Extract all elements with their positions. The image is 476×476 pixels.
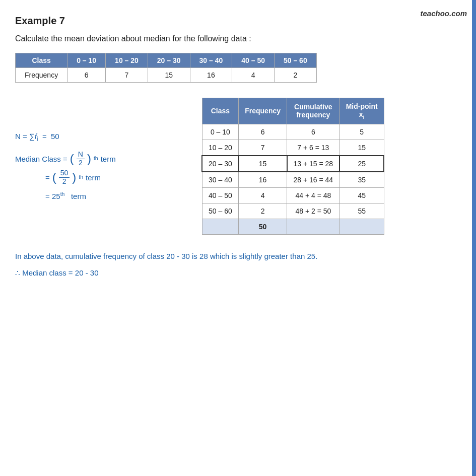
midpt-30-40: 35 <box>339 172 384 188</box>
top-header-0-10: 0 – 10 <box>67 53 106 68</box>
main-header-midpoint: Mid-pointxi <box>339 98 384 124</box>
top-table-header-row: Class 0 – 10 10 – 20 20 – 30 30 – 40 40 … <box>16 53 317 68</box>
bottom-text: In above data, cumulative frequency of c… <box>15 250 461 280</box>
term-label-2: term <box>86 169 101 186</box>
midpt-50-60: 55 <box>339 203 384 219</box>
top-freq-30-40: 16 <box>190 68 232 83</box>
median-class-label: Median Class = <box>15 151 67 167</box>
midpt-0-10: 5 <box>339 124 384 140</box>
main-row-40-50: 40 – 50 4 44 + 4 = 48 45 <box>202 187 384 203</box>
top-freq-50-60: 2 <box>274 68 316 83</box>
fraction-N-over-2: N 2 <box>77 151 85 167</box>
close-paren: ) <box>87 153 91 165</box>
class-10-20: 10 – 20 <box>202 140 239 156</box>
eq-2-line: = ( 50 2 ) th term <box>45 169 201 186</box>
freq-40-50: 4 <box>239 187 287 203</box>
top-header-10-20: 10 – 20 <box>106 53 148 68</box>
cumfreq-30-40: 28 + 16 = 44 <box>287 172 340 188</box>
main-header-class: Class <box>202 98 239 124</box>
median-class-line: Median Class = ( N 2 ) th term <box>15 151 201 167</box>
open-paren-2: ( <box>52 171 56 183</box>
top-row-label: Frequency <box>16 68 67 83</box>
top-header-40-50: 40 – 50 <box>232 53 275 68</box>
footer-empty-1 <box>202 219 239 234</box>
question-text: Calculate the mean deviation about media… <box>15 33 461 45</box>
main-row-20-30-highlighted: 20 – 30 15 13 + 15 = 28 25 <box>202 156 384 172</box>
top-header-30-40: 30 – 40 <box>190 53 232 68</box>
cumfreq-50-60: 48 + 2 = 50 <box>287 203 340 219</box>
conclusion-text: ∴ Median class = 20 - 30 <box>15 266 461 280</box>
main-table-footer-row: 50 <box>202 219 384 234</box>
main-header-frequency: Frequency <box>239 98 287 124</box>
class-0-10: 0 – 10 <box>202 124 239 140</box>
main-table-wrapper: Class Frequency Cumulativefrequency Mid-… <box>201 98 384 235</box>
brand-logo: teachoo.com <box>420 9 467 18</box>
main-row-50-60: 50 – 60 2 48 + 2 = 50 55 <box>202 203 384 219</box>
th-superscript-2: th <box>79 171 83 183</box>
term-label-1: term <box>101 151 116 167</box>
cumfreq-40-50: 44 + 4 = 48 <box>287 187 340 203</box>
top-table: Class 0 – 10 10 – 20 20 – 30 30 – 40 40 … <box>15 53 317 83</box>
top-table-wrapper: Class 0 – 10 10 – 20 20 – 30 30 – 40 40 … <box>15 53 461 83</box>
open-paren: ( <box>70 153 74 165</box>
top-freq-40-50: 4 <box>232 68 275 83</box>
top-table-row: Frequency 6 7 15 16 4 2 <box>16 68 317 83</box>
fraction-50-over-2: 50 2 <box>59 169 70 185</box>
right-bar <box>472 0 476 476</box>
freq-10-20: 7 <box>239 140 287 156</box>
main-header-cumulative-freq: Cumulativefrequency <box>287 98 340 124</box>
class-50-60: 50 – 60 <box>202 203 239 219</box>
left-calcs: N = ∑fi = 50 Median Class = ( N 2 ) th t… <box>15 98 201 207</box>
top-header-class: Class <box>16 53 67 68</box>
top-header-20-30: 20 – 30 <box>148 53 190 68</box>
freq-50-60: 2 <box>239 203 287 219</box>
main-row-10-20: 10 – 20 7 7 + 6 = 13 15 <box>202 140 384 156</box>
th-superscript-1: th <box>94 153 98 164</box>
close-paren-2: ) <box>72 171 76 183</box>
n-equation: N = ∑fi = 50 <box>15 128 201 147</box>
freq-20-30: 15 <box>239 156 287 172</box>
class-20-30: 20 – 30 <box>202 156 239 172</box>
midpt-40-50: 45 <box>339 187 384 203</box>
midpt-20-30: 25 <box>339 156 384 172</box>
main-row-0-10: 0 – 10 6 6 5 <box>202 124 384 140</box>
top-freq-20-30: 15 <box>148 68 190 83</box>
footer-empty-2 <box>287 219 340 234</box>
top-freq-0-10: 6 <box>67 68 106 83</box>
top-freq-10-20: 7 <box>106 68 148 83</box>
cumfreq-10-20: 7 + 6 = 13 <box>287 140 340 156</box>
main-table-header-row: Class Frequency Cumulativefrequency Mid-… <box>202 98 384 124</box>
main-row-30-40: 30 – 40 16 28 + 16 = 44 35 <box>202 172 384 188</box>
class-30-40: 30 – 40 <box>202 172 239 188</box>
bottom-paragraph: In above data, cumulative frequency of c… <box>15 250 461 263</box>
main-table: Class Frequency Cumulativefrequency Mid-… <box>201 98 384 235</box>
middle-section: N = ∑fi = 50 Median Class = ( N 2 ) th t… <box>15 98 461 235</box>
class-40-50: 40 – 50 <box>202 187 239 203</box>
top-header-50-60: 50 – 60 <box>274 53 316 68</box>
freq-0-10: 6 <box>239 124 287 140</box>
cumfreq-0-10: 6 <box>287 124 340 140</box>
midpt-10-20: 15 <box>339 140 384 156</box>
cumfreq-20-30: 13 + 15 = 28 <box>287 156 340 172</box>
footer-empty-3 <box>339 219 384 234</box>
freq-30-40: 16 <box>239 172 287 188</box>
eq-3-line: = 25th term <box>45 188 201 205</box>
footer-total: 50 <box>239 219 287 234</box>
example-title: Example 7 <box>15 15 461 27</box>
th-superscript-3: th <box>60 191 65 197</box>
